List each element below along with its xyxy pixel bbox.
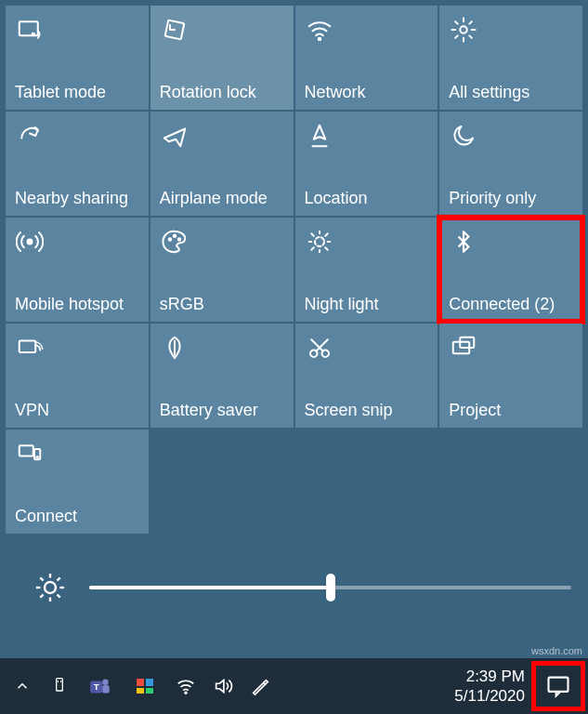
svg-point-28 xyxy=(36,456,38,458)
connect-icon xyxy=(15,439,45,469)
share-icon xyxy=(15,121,45,151)
tile-label: Rotation lock xyxy=(160,83,284,102)
brightness-icon xyxy=(33,571,67,604)
tile-label: Network xyxy=(305,83,429,102)
palette-icon xyxy=(160,227,189,257)
tile-label: Connect xyxy=(15,507,139,526)
tile-all-settings[interactable]: All settings xyxy=(439,6,582,110)
vpn-icon xyxy=(15,333,45,363)
tile-label: Location xyxy=(305,189,429,208)
svg-line-17 xyxy=(325,247,328,250)
action-center-button[interactable] xyxy=(534,664,582,708)
sun-dim-icon xyxy=(305,227,334,257)
svg-line-34 xyxy=(40,577,43,580)
svg-rect-44 xyxy=(102,685,110,694)
brightness-row xyxy=(6,571,582,604)
tile-label: VPN xyxy=(15,401,139,420)
volume-tray-icon[interactable] xyxy=(206,666,240,707)
bluetooth-icon xyxy=(449,227,478,257)
svg-rect-26 xyxy=(20,445,33,456)
svg-point-3 xyxy=(318,38,320,41)
svg-point-7 xyxy=(28,240,33,245)
tile-label: Project xyxy=(449,401,573,420)
leaf-icon xyxy=(160,333,189,363)
svg-line-36 xyxy=(40,595,43,598)
tile-label: Nearby sharing xyxy=(15,189,139,208)
svg-line-35 xyxy=(58,595,60,598)
tile-label: Screen snip xyxy=(305,401,429,420)
tile-label: All settings xyxy=(449,83,573,102)
svg-rect-51 xyxy=(549,678,568,692)
svg-point-9 xyxy=(174,235,176,238)
tile-priority-only[interactable]: Priority only xyxy=(439,112,582,216)
svg-point-1 xyxy=(33,33,35,36)
hotspot-icon xyxy=(15,227,45,257)
tile-bluetooth[interactable]: Connected (2) xyxy=(439,218,582,322)
wifi-tray-icon[interactable] xyxy=(169,666,203,707)
svg-point-10 xyxy=(178,238,181,241)
tile-nearby-sharing[interactable]: Nearby sharing xyxy=(6,112,149,216)
tile-mobile-hotspot[interactable]: Mobile hotspot xyxy=(6,218,149,322)
tile-screen-snip[interactable]: Screen snip xyxy=(295,324,438,428)
svg-text:T: T xyxy=(94,681,99,692)
tile-label: Tablet mode xyxy=(15,83,139,102)
tile-label: Priority only xyxy=(449,189,573,208)
airplane-icon xyxy=(160,121,189,151)
svg-marker-50 xyxy=(216,681,224,693)
tile-label: Airplane mode xyxy=(160,189,284,208)
tray-overflow-chevron[interactable] xyxy=(6,666,39,707)
tile-label: Connected (2) xyxy=(449,295,573,314)
tile-label: Mobile hotspot xyxy=(15,295,139,314)
tile-network[interactable]: Network xyxy=(295,6,438,110)
svg-point-11 xyxy=(315,237,324,246)
tile-vpn[interactable]: VPN xyxy=(6,324,149,428)
svg-marker-5 xyxy=(313,126,325,139)
tile-label: Battery saver xyxy=(160,401,284,420)
tile-tablet-mode[interactable]: Tablet mode xyxy=(6,6,149,110)
tile-connect[interactable]: Connect xyxy=(6,430,149,534)
moon-icon xyxy=(449,121,478,151)
svg-point-4 xyxy=(461,26,468,33)
wifi-icon xyxy=(305,15,334,45)
tile-night-light[interactable]: Night light xyxy=(295,218,438,322)
svg-rect-45 xyxy=(137,679,144,686)
tile-project[interactable]: Project xyxy=(439,324,582,428)
clock-time: 2:39 PM xyxy=(454,667,525,686)
usb-eject-icon[interactable] xyxy=(43,666,76,707)
tile-battery-saver[interactable]: Battery saver xyxy=(150,324,294,428)
tablet-icon xyxy=(15,15,45,45)
clock-date: 5/11/2020 xyxy=(454,686,525,706)
news-icon[interactable] xyxy=(124,666,165,707)
action-center-panel: Tablet modeRotation lockNetworkAll setti… xyxy=(0,0,588,610)
svg-rect-46 xyxy=(146,679,153,686)
location-icon xyxy=(305,121,334,151)
gear-icon xyxy=(449,15,478,45)
svg-point-29 xyxy=(45,582,56,593)
quick-action-tiles: Tablet modeRotation lockNetworkAll setti… xyxy=(6,6,582,534)
tile-airplane-mode[interactable]: Airplane mode xyxy=(150,112,294,216)
svg-line-18 xyxy=(311,247,314,250)
rotation-icon xyxy=(160,15,189,45)
svg-point-43 xyxy=(102,679,109,685)
svg-rect-38 xyxy=(57,679,63,691)
tile-label: Night light xyxy=(305,295,429,314)
tile-srgb[interactable]: sRGB xyxy=(150,218,294,322)
snip-icon xyxy=(305,333,334,363)
svg-line-19 xyxy=(325,233,328,236)
taskbar: T 2:39 PM 5/11/2020 xyxy=(0,658,588,714)
svg-point-49 xyxy=(185,692,187,694)
taskbar-clock[interactable]: 2:39 PM 5/11/2020 xyxy=(449,667,530,707)
tile-location[interactable]: Location xyxy=(295,112,438,216)
teams-icon[interactable]: T xyxy=(80,666,121,707)
brightness-slider[interactable] xyxy=(89,586,571,589)
svg-rect-20 xyxy=(20,341,36,353)
tile-rotation-lock[interactable]: Rotation lock xyxy=(150,6,294,110)
svg-rect-48 xyxy=(146,688,153,694)
svg-point-8 xyxy=(169,238,172,241)
svg-line-37 xyxy=(58,577,60,580)
project-icon xyxy=(449,333,478,363)
pen-tray-icon[interactable] xyxy=(243,666,277,707)
svg-rect-47 xyxy=(137,688,144,694)
svg-line-16 xyxy=(311,233,314,236)
tile-label: sRGB xyxy=(160,295,284,314)
